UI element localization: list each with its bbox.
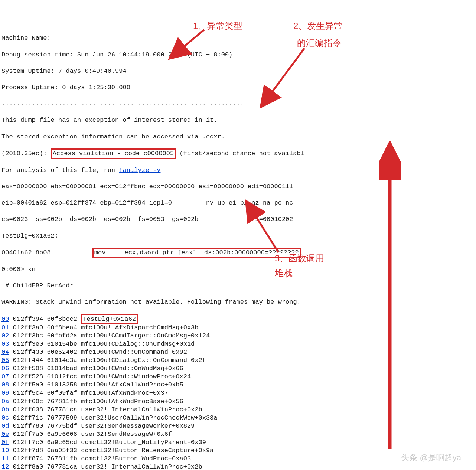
stack-frame: 0e 012ff7a0 6a9c6608 user32!SendMessageW… (1, 430, 475, 438)
stack-frame: 05 012ff444 61014c3a mfc100u!CDialogEx::… (1, 356, 475, 365)
stack-frame: 0d 012ff780 76775bdf user32!SendMessageW… (1, 422, 475, 430)
frame-symbol: comctl32!Button_ReleaseCapture+0x9a (81, 447, 213, 454)
frame-number-link[interactable]: 0a (1, 398, 9, 406)
frame-symbol: mfc100u!CWnd::WindowProc+0x24 (81, 373, 191, 380)
access-violation-box: Access violation - code c0000005 (51, 148, 176, 159)
frame-addresses: 012ff528 61012fcc (9, 373, 81, 380)
frame-number-link[interactable]: 10 (1, 447, 9, 455)
asm-instr-box: mov ecx,dword ptr [eax] ds:002b:00000000… (92, 248, 301, 258)
frame-addresses: 012ff3e0 610154be (9, 340, 81, 347)
frame-symbol: mfc100u!AfxWndProcBase+0x56 (81, 398, 183, 405)
frame-symbol: mfc100u!CDialogEx::OnCommand+0x2f (81, 357, 206, 364)
stack-frame: 0a 012ff60c 767811fb mfc100u!AfxWndProcB… (1, 398, 475, 406)
frame-symbol: mfc100u!_AfxDispatchCmdMsg+0x3b (81, 324, 198, 331)
annotation-1: 1、异常类型 (193, 20, 242, 32)
violation-line: (2010.35ec): Access violation - code c00… (1, 149, 475, 158)
stack-frame: 02 012ff3bc 60fbfd2a mfc100u!CCmdTarget:… (1, 332, 475, 340)
frame-number-link[interactable]: 12 (1, 463, 9, 470)
frame-addresses: 012ff7d8 6aa05f33 (9, 447, 81, 454)
stack-frame: 00 012ff394 60f8bcc2 TestDlg+0x1a62 (1, 315, 475, 324)
frame-symbol: comctl32!Button_WndProc+0xa03 (81, 455, 191, 462)
frame-number-link[interactable]: 03 (1, 340, 9, 348)
frame-number-link[interactable]: 00 (1, 315, 9, 323)
frame-number-link[interactable]: 02 (1, 332, 9, 340)
frame-addresses: 012ff7c0 6a9c65cd (9, 439, 81, 446)
frame-addresses: 012ff508 61014bad (9, 365, 81, 372)
frame-addresses: 012ff394 60f8bcc2 (9, 316, 81, 323)
frame-addresses: 012ff7a0 6a9c6608 (9, 431, 81, 438)
stack-frame: 08 012ff5a0 61013258 mfc100u!AfxCallWndP… (1, 381, 475, 389)
frame-number-link[interactable]: 11 (1, 455, 9, 463)
frame-symbol: mfc100u!CWnd::OnWndMsg+0x66 (81, 365, 183, 372)
machine-name-line: Machine Name: (1, 34, 475, 42)
stack-frame: 06 012ff508 61014bad mfc100u!CWnd::OnWnd… (1, 365, 475, 373)
frame-symbol: TestDlg+0x1a62 (81, 314, 138, 324)
frame-addresses: 012ff5a0 61013258 (9, 381, 81, 388)
stack-frame: 03 012ff3e0 610154be mfc100u!CDialog::On… (1, 340, 475, 348)
frame-number-link[interactable]: 06 (1, 365, 9, 373)
annotation-2b: 的汇编指令 (297, 37, 342, 49)
frame-symbol: mfc100u!CCmdTarget::OnCmdMsg+0x124 (81, 332, 210, 339)
frame-number-link[interactable]: 07 (1, 373, 9, 381)
frame-number-link[interactable]: 09 (1, 389, 9, 397)
frame-symbol: user32!SendMessageWorker+0x829 (81, 422, 195, 430)
frame-addresses: 012ff5c4 60f09faf (9, 389, 81, 396)
frame-addresses: 012ff3bc 60fbfd2a (9, 332, 81, 339)
frame-addresses: 012ff71c 76777599 (9, 414, 81, 421)
frame-number-link[interactable]: 0c (1, 414, 9, 422)
frame-symbol: comctl32!Button_NotifyParent+0x39 (81, 439, 206, 446)
asm-addr: 00401a62 8b08 (1, 249, 92, 256)
analyze-link[interactable]: !analyze -v (119, 167, 160, 174)
svg-line-2 (247, 202, 278, 252)
frame-addresses: 012ff780 76775bdf (9, 422, 81, 430)
frame-addresses: 012ff8a0 767781ca (9, 463, 81, 470)
frame-addresses: 012ff444 61014c3a (9, 357, 81, 364)
frame-symbol: user32!SendMessageW+0x6f (81, 431, 172, 438)
kn-prompt-line: 0:000> kn (1, 265, 475, 274)
frame-number-link[interactable]: 04 (1, 348, 9, 356)
stack-frame: 0f 012ff7c0 6a9c65cd comctl32!Button_Not… (1, 438, 475, 447)
frame-symbol: user32!UserCallWinProcCheckWow+0x33a (81, 414, 217, 421)
chance-text: (first/second chance not availabl (176, 150, 304, 157)
regs-line-2: eip=00401a62 esp=012ff374 ebp=012ff394 i… (1, 199, 475, 207)
frame-symbol: mfc100u!AfxWndProc+0x37 (81, 389, 168, 396)
frame-number-link[interactable]: 08 (1, 381, 9, 389)
frame-addresses: 012ff638 767781ca (9, 406, 81, 413)
frame-number-link[interactable]: 0e (1, 430, 9, 438)
asm-instr-line: 00401a62 8b08 mov ecx,dword ptr [eax] ds… (1, 248, 475, 257)
frame-number-link[interactable]: 01 (1, 324, 9, 332)
watermark-text: 头条 @是啊超ya (401, 453, 461, 463)
frame-number-link[interactable]: 0d (1, 422, 9, 430)
stored-exc-line: The stored exception information can be … (1, 133, 475, 141)
frame-addresses: 012ff874 767811fb (9, 455, 81, 462)
stack-frame: 0c 012ff71c 76777599 user32!UserCallWinP… (1, 414, 475, 422)
annotation-3b: 堆栈 (275, 267, 293, 279)
stack-frame: 01 012ff3a0 60f8bea4 mfc100u!_AfxDispatc… (1, 324, 475, 332)
frame-addresses: 012ff430 60e52402 (9, 349, 81, 356)
frame-addresses: 012ff3a0 60f8bea4 (9, 324, 81, 331)
process-uptime-line: Process Uptime: 0 days 1:25:30.000 (1, 84, 475, 92)
stack-frame: 0b 012ff638 767781ca user32!_InternalCal… (1, 406, 475, 414)
dump-file-line: This dump file has an exception of inter… (1, 116, 475, 124)
debug-time-line: Debug session time: Sun Jun 26 10:44:19.… (1, 51, 475, 59)
regs-line-3: cs=0023 ss=002b ds=002b es=002b fs=0053 … (1, 215, 475, 223)
frame-number-link[interactable]: 0f (1, 438, 9, 447)
frame-number-link[interactable]: 05 (1, 356, 9, 365)
stack-header-line: # ChildEBP RetAddr (1, 282, 475, 290)
regs-line-1: eax=00000000 ebx=00000001 ecx=012ffbac e… (1, 183, 475, 191)
analysis-line: For analysis of this file, run !analyze … (1, 166, 475, 174)
frame-symbol: user32!_InternalCallWinProc+0x2b (81, 463, 202, 470)
stack-frame: 09 012ff5c4 60f09faf mfc100u!AfxWndProc+… (1, 389, 475, 397)
stack-frame: 04 012ff430 60e52402 mfc100u!CWnd::OnCom… (1, 348, 475, 356)
frame-number-link[interactable]: 0b (1, 406, 9, 414)
frame-addresses: 012ff60c 767811fb (9, 398, 81, 405)
frame-symbol: mfc100u!CDialog::OnCmdMsg+0x1d (81, 340, 195, 347)
annotation-3: 3、函数调用 (275, 252, 324, 264)
frame-symbol: mfc100u!AfxCallWndProc+0xb5 (81, 381, 183, 388)
annotation-2: 2、发生异常 (293, 20, 343, 32)
warning-line: WARNING: Stack unwind information not av… (1, 298, 475, 306)
frame-symbol: mfc100u!CWnd::OnCommand+0x92 (81, 349, 187, 356)
system-uptime-line: System Uptime: 7 days 0:49:40.994 (1, 67, 475, 75)
analysis-prefix: For analysis of this file, run (1, 167, 119, 174)
asm-label-line: TestDlg+0x1a62: (1, 232, 475, 240)
